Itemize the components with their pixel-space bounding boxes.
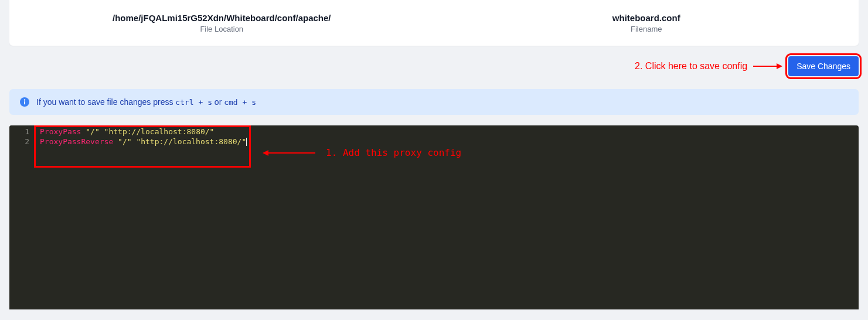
info-text-prefix: If you want to save file changes press — [36, 97, 175, 107]
info-text-middle: or — [212, 97, 224, 107]
gutter-line-1: 1 — [9, 127, 29, 137]
file-location-path: /home/jFQALmi15rG52Xdn/Whiteboard/conf/a… — [113, 13, 331, 23]
save-button[interactable]: Save Changes — [788, 56, 859, 76]
string-token: "http://localhost:8080/" — [136, 137, 246, 146]
string-token: "/" — [86, 127, 99, 136]
directive-token: ProxyPassReverse — [40, 137, 113, 146]
info-shortcut-1: ctrl + s — [175, 98, 212, 107]
svg-point-3 — [24, 99, 25, 100]
info-icon — [20, 97, 29, 107]
editor-wrap: 1 2 ProxyPass "/" "http://localhost:8080… — [9, 125, 859, 309]
code-line-2[interactable]: ProxyPassReverse "/" "http://localhost:8… — [40, 137, 859, 147]
filename-value: whiteboard.conf — [612, 13, 680, 23]
svg-marker-1 — [777, 63, 782, 69]
code-line-1[interactable]: ProxyPass "/" "http://localhost:8080/" — [40, 127, 859, 137]
file-location-label: File Location — [200, 25, 243, 33]
code-area[interactable]: ProxyPass "/" "http://localhost:8080/" P… — [34, 125, 859, 309]
directive-token: ProxyPass — [40, 127, 81, 136]
code-editor[interactable]: 1 2 ProxyPass "/" "http://localhost:8080… — [9, 125, 859, 309]
string-token: "/" — [118, 137, 131, 146]
annotation-save-text: 2. Click here to save config — [635, 61, 747, 72]
file-header-card: /home/jFQALmi15rG52Xdn/Whiteboard/conf/a… — [9, 0, 859, 46]
filename-block: whiteboard.conf Filename — [434, 0, 859, 46]
file-location-block: /home/jFQALmi15rG52Xdn/Whiteboard/conf/a… — [9, 0, 434, 46]
gutter-line-2: 2 — [9, 137, 29, 147]
info-shortcut-2: cmd + s — [224, 98, 256, 107]
string-token: "http://localhost:8080/" — [104, 127, 215, 136]
editor-cursor — [246, 138, 247, 146]
arrow-right-icon — [753, 62, 782, 70]
svg-rect-4 — [24, 101, 25, 105]
gutter: 1 2 — [9, 125, 34, 309]
toolbar-row: 2. Click here to save config Save Change… — [9, 56, 859, 76]
info-banner-text: If you want to save file changes press c… — [36, 97, 256, 107]
filename-label: Filename — [631, 25, 662, 33]
info-banner: If you want to save file changes press c… — [9, 89, 859, 115]
